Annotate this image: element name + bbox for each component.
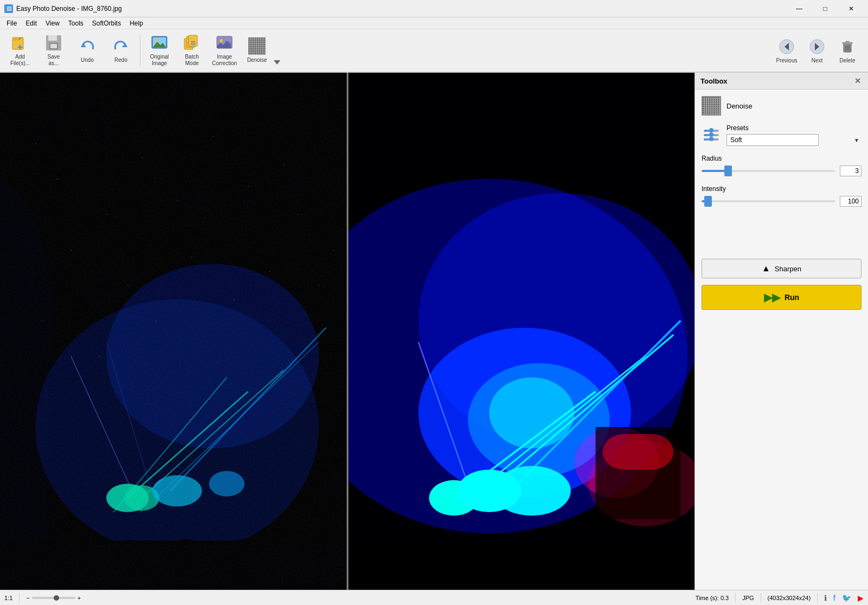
presets-section: Presets Soft Medium Strong Custom ▼: [702, 124, 861, 146]
denoise-dropdown-arrow[interactable]: [274, 32, 282, 69]
radius-value-input[interactable]: 3: [840, 165, 861, 176]
svg-rect-60: [298, 214, 298, 215]
concert-image-original: [0, 73, 348, 590]
svg-rect-33: [846, 41, 849, 43]
maximize-button[interactable]: □: [813, 0, 838, 17]
sharpen-icon: ▲: [762, 264, 770, 273]
svg-rect-55: [213, 136, 213, 137]
preset-line-1: [704, 130, 719, 132]
zoom-plus[interactable]: +: [78, 595, 81, 601]
delete-button[interactable]: Delete: [833, 32, 861, 69]
image-correction-label: ImageCorrection: [212, 54, 237, 67]
toolbar-group-main: + AddFile(s)... Saveas...: [4, 32, 137, 69]
save-as-button[interactable]: Saveas...: [38, 32, 69, 69]
delete-icon: [839, 38, 856, 55]
status-sep-2: [735, 593, 736, 603]
original-image-button[interactable]: OriginalImage: [144, 32, 175, 69]
radius-slider-thumb[interactable]: [724, 165, 732, 176]
svg-rect-59: [284, 164, 284, 165]
add-files-icon: +: [11, 34, 29, 52]
delete-label: Delete: [840, 58, 856, 63]
presets-select-wrapper: Soft Medium Strong Custom ▼: [726, 134, 861, 146]
menu-tools[interactable]: Tools: [64, 18, 88, 28]
app-title: Easy Photo Denoise - IMG_8760.jpg: [16, 5, 122, 12]
radius-slider-track[interactable]: [702, 170, 835, 172]
sharpen-button[interactable]: ▲ Sharpen: [702, 259, 861, 278]
select-arrow-icon: ▼: [854, 137, 859, 143]
original-image-icon: [151, 34, 168, 52]
run-button[interactable]: ▶▶ Run: [702, 285, 861, 310]
menu-edit[interactable]: Edit: [21, 18, 41, 28]
undo-button[interactable]: Undo: [72, 32, 103, 69]
image-area[interactable]: [0, 73, 695, 590]
redo-icon: [112, 37, 130, 55]
svg-rect-70: [156, 321, 157, 321]
minimize-button[interactable]: —: [787, 0, 812, 17]
close-button[interactable]: ✕: [839, 0, 864, 17]
intensity-slider-track[interactable]: [702, 200, 835, 202]
format-label: JPG: [742, 595, 754, 601]
denoise-label: Denoise: [726, 102, 753, 110]
status-sep-3: [761, 593, 761, 603]
image-splitter[interactable]: [346, 73, 348, 590]
menu-softorbits[interactable]: SoftOrbits: [88, 18, 125, 28]
image-correction-icon: [216, 34, 233, 52]
denoise-button[interactable]: Denoise: [241, 32, 273, 69]
facebook-icon[interactable]: f: [833, 594, 835, 602]
svg-rect-53: [85, 129, 86, 130]
presets-icon: [702, 125, 721, 145]
svg-rect-7: [50, 44, 57, 48]
intensity-value-input[interactable]: 100: [840, 196, 861, 207]
toolbox-spacer: [702, 215, 861, 259]
menu-bar: File Edit View Tools SoftOrbits Help: [0, 17, 868, 29]
add-files-label: AddFile(s)...: [10, 54, 30, 67]
info-icon[interactable]: ℹ: [824, 594, 827, 602]
presets-label-container: Presets Soft Medium Strong Custom ▼: [726, 124, 861, 146]
menu-file[interactable]: File: [2, 18, 21, 28]
add-files-button[interactable]: + AddFile(s)...: [4, 32, 36, 69]
image-correction-button[interactable]: ImageCorrection: [209, 32, 240, 69]
next-button[interactable]: Next: [803, 32, 831, 69]
run-icon: ▶▶: [764, 291, 780, 304]
app-icon: 🖼: [4, 4, 13, 13]
toolbox-body: Denoise Presets Soft Medium: [695, 90, 868, 590]
twitter-icon[interactable]: 🐦: [842, 594, 851, 602]
svg-rect-66: [333, 250, 333, 250]
zoom-minus[interactable]: −: [26, 595, 29, 601]
run-label: Run: [785, 293, 799, 302]
intensity-slider-thumb[interactable]: [704, 196, 712, 207]
intensity-slider-row: 100: [702, 196, 861, 207]
svg-point-77: [489, 377, 574, 448]
zoom-track[interactable]: [32, 597, 75, 599]
toolbar: + AddFile(s)... Saveas...: [0, 29, 868, 73]
menu-view[interactable]: View: [41, 18, 64, 28]
radius-section: Radius 3: [702, 155, 861, 176]
svg-rect-68: [234, 300, 234, 300]
zoom-thumb[interactable]: [54, 595, 59, 601]
undo-label: Undo: [81, 57, 94, 63]
sharpen-label: Sharpen: [775, 265, 801, 273]
zoom-slider-container: − +: [26, 595, 81, 601]
svg-rect-67: [269, 271, 270, 271]
toolbox-close-button[interactable]: ✕: [853, 76, 863, 86]
youtube-icon[interactable]: ▶: [858, 594, 864, 602]
denoise-toolbar-icon: [248, 37, 266, 55]
svg-rect-58: [177, 200, 178, 201]
redo-button[interactable]: Redo: [105, 32, 137, 69]
presets-select[interactable]: Soft Medium Strong Custom: [726, 134, 819, 146]
toolbox-panel: Toolbox ✕: [695, 73, 868, 590]
menu-help[interactable]: Help: [125, 18, 147, 28]
previous-button[interactable]: Previous: [773, 32, 801, 69]
svg-rect-64: [99, 356, 100, 356]
denoise-icon: [702, 96, 721, 116]
svg-rect-61: [71, 250, 72, 250]
svg-rect-96: [703, 97, 720, 114]
svg-rect-52: [57, 179, 57, 179]
concert-svg-left: [0, 73, 348, 590]
status-sep-1: [19, 593, 20, 603]
denoise-toolbar-label: Denoise: [247, 57, 267, 63]
title-bar-left: 🖼 Easy Photo Denoise - IMG_8760.jpg: [4, 4, 122, 13]
svg-rect-22: [248, 37, 266, 55]
batch-mode-button[interactable]: BatchMode: [176, 32, 208, 69]
svg-rect-51: [35, 143, 36, 144]
